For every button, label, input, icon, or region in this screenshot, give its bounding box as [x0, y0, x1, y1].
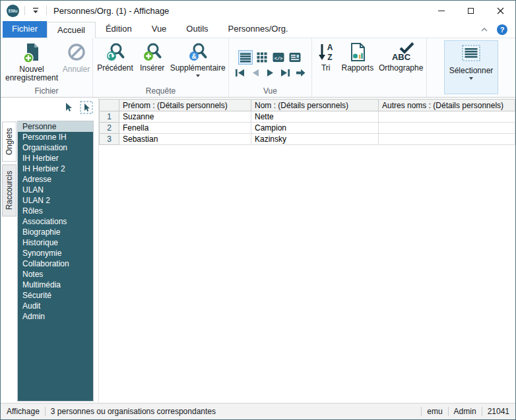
- cancel-button[interactable]: Annuler: [61, 40, 91, 74]
- module-list: PersonnePersonne IHOrganisationIH Herbie…: [18, 121, 93, 322]
- sidebar-item-ulan[interactable]: ULAN: [18, 185, 93, 195]
- previous-query-button[interactable]: Précédent: [94, 40, 136, 73]
- column-header[interactable]: Nom : (Détails personnels): [251, 100, 379, 111]
- ribbon-group-fichier: Nouvel enregistrement Annuler Fichier: [1, 38, 93, 97]
- insert-query-button[interactable]: Insérer: [136, 40, 168, 73]
- grid-cell[interactable]: Campion: [251, 123, 379, 134]
- nav-goto-record-button[interactable]: [294, 68, 307, 78]
- group-label-vue: Vue: [229, 86, 311, 96]
- select-button[interactable]: Sélectionner: [444, 40, 498, 94]
- sidebar-item-ih-herbier[interactable]: IH Herbier: [18, 153, 93, 164]
- tab-personnes-org[interactable]: Personnes/Org.: [218, 21, 298, 38]
- status-separator: [421, 407, 422, 416]
- nav-first-record-button[interactable]: [234, 68, 246, 78]
- ribbon-group-requete: Précédent Insérer: [93, 38, 229, 97]
- minimize-button[interactable]: [426, 1, 456, 20]
- view-list-button[interactable]: [238, 50, 253, 65]
- tab-outils[interactable]: Outils: [176, 21, 218, 38]
- sidebar-item-notes[interactable]: Notes: [18, 269, 93, 280]
- grid-row: 2FenellaCampion: [100, 123, 515, 134]
- select-region-pointer-button[interactable]: [80, 101, 93, 114]
- grid-view-icon: [256, 51, 268, 63]
- pointer-icon: [63, 102, 74, 113]
- sidebar-item-multim-dia[interactable]: Multimédia: [18, 280, 93, 290]
- results-grid: Prénom : (Détails personnels)Nom : (Déta…: [99, 99, 515, 145]
- select-rows-icon: [462, 45, 480, 61]
- code-view-icon: </>: [273, 51, 284, 63]
- view-code-button[interactable]: </>: [271, 50, 286, 65]
- more-query-button[interactable]: & Supplémentaire: [168, 40, 227, 77]
- row-number[interactable]: 2: [100, 123, 119, 134]
- sidebar-item-organisation[interactable]: Organisation: [18, 142, 93, 153]
- sidebar-item-adresse[interactable]: Adresse: [18, 174, 93, 185]
- titlebar: EMu Personnes/Org. (1) - Affichage: [1, 1, 515, 20]
- status-separator: [448, 407, 449, 416]
- grid-cell[interactable]: Fenella: [119, 123, 251, 134]
- spelling-button[interactable]: ABC Orthographe: [377, 40, 425, 73]
- row-number[interactable]: 1: [100, 111, 119, 123]
- quick-access-dropdown-icon[interactable]: [30, 5, 41, 16]
- sidebar-item-admin[interactable]: Admin: [18, 311, 93, 322]
- select-pointer-button[interactable]: [62, 101, 75, 114]
- sidebar-item-associations[interactable]: Associations: [18, 216, 93, 227]
- cancel-icon: [66, 42, 87, 63]
- sidebar-tab-onglets[interactable]: Onglets: [2, 121, 16, 162]
- nav-next-record-button[interactable]: [264, 68, 276, 78]
- tab-fichier[interactable]: Fichier: [3, 21, 47, 38]
- group-label-fichier: Fichier: [1, 86, 92, 96]
- view-grid-button[interactable]: [255, 50, 269, 65]
- nav-last-record-button[interactable]: [279, 68, 292, 78]
- grid-cell[interactable]: [379, 123, 515, 134]
- new-record-button[interactable]: Nouvel enregistrement: [2, 40, 61, 82]
- sidebar-item-personne-ih[interactable]: Personne IH: [18, 132, 93, 142]
- sidebar-item-synonymie[interactable]: Synonymie: [18, 248, 93, 258]
- sidebar-item-biographie[interactable]: Biographie: [18, 227, 93, 237]
- sidebar-item-collaboration[interactable]: Collaboration: [18, 258, 93, 269]
- grid-cell[interactable]: Nette: [251, 111, 379, 123]
- status-code: 21041: [488, 407, 509, 416]
- svg-text:&: &: [191, 53, 196, 60]
- grid-corner-cell[interactable]: [100, 100, 119, 111]
- close-button[interactable]: [486, 1, 515, 20]
- column-header[interactable]: Autres noms : (Détails personnels): [379, 100, 515, 111]
- grid-cell[interactable]: [379, 111, 515, 123]
- grid-cell[interactable]: [379, 134, 515, 145]
- sidebar-item-personne[interactable]: Personne: [18, 121, 93, 132]
- row-number[interactable]: 3: [100, 134, 119, 145]
- sidebar-item-s-curit-[interactable]: Sécurité: [18, 290, 93, 301]
- ribbon-group-selectionner: Sélectionner: [427, 38, 515, 97]
- sidebar-item-ulan-2[interactable]: ULAN 2: [18, 195, 93, 206]
- search-more-icon: &: [188, 42, 208, 62]
- pointer-in-selection-icon: [80, 101, 93, 114]
- tab-edition[interactable]: Édition: [96, 21, 142, 38]
- dropdown-caret-icon: [469, 77, 473, 80]
- nav-previous-record-button[interactable]: [249, 68, 261, 78]
- collapse-ribbon-chevron-icon[interactable]: [480, 27, 488, 32]
- first-record-icon: [234, 68, 245, 78]
- list-view-icon: [240, 51, 251, 63]
- grid-cell[interactable]: Suzanne: [119, 111, 251, 123]
- reports-button[interactable]: Rapports: [338, 40, 377, 73]
- column-header[interactable]: Prénom : (Détails personnels): [119, 100, 251, 111]
- sidebar-item-ih-herbier-2[interactable]: IH Herbier 2: [18, 164, 93, 174]
- maximize-button[interactable]: [456, 1, 486, 20]
- svg-text:</>: </>: [274, 55, 283, 61]
- sidebar-item-historique[interactable]: Historique: [18, 237, 93, 248]
- new-record-icon: [21, 42, 42, 63]
- view-form-button[interactable]: [288, 50, 302, 65]
- help-icon[interactable]: ?: [497, 24, 507, 35]
- tab-accueil[interactable]: Accueil: [47, 22, 96, 38]
- grid-cell[interactable]: Sebastian: [119, 134, 251, 145]
- sidebar-item-r-les[interactable]: Rôles: [18, 206, 93, 216]
- grid-cell[interactable]: Kazinsky: [251, 134, 379, 145]
- close-icon: [497, 7, 504, 15]
- sidebar-tab-raccourcis[interactable]: Raccourcis: [2, 164, 16, 216]
- minimize-icon: [438, 11, 445, 11]
- sidebar-item-audit[interactable]: Audit: [18, 301, 93, 311]
- group-label-requete: Requête: [93, 86, 228, 96]
- app-window: EMu Personnes/Org. (1) - Affichage Fichi…: [0, 0, 516, 420]
- tab-vue[interactable]: Vue: [142, 21, 177, 38]
- sort-button[interactable]: A Z Tri: [313, 40, 338, 73]
- status-message: 3 personnes ou organisations corresponda…: [51, 407, 216, 416]
- spellcheck-icon: ABC: [387, 42, 416, 62]
